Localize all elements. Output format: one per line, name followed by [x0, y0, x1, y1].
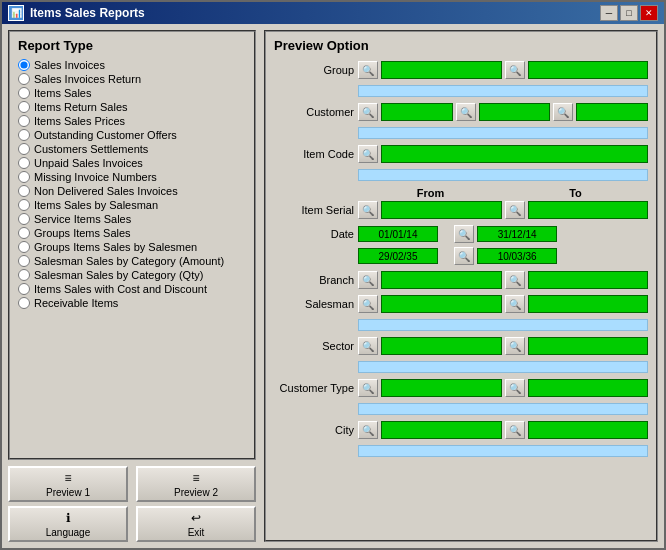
radio-salesman-category-amount[interactable]: Salesman Sales by Category (Amount): [18, 255, 246, 267]
group-label: Group: [274, 64, 354, 76]
customer-type-input2[interactable]: [528, 379, 649, 397]
customer-input1[interactable]: [381, 103, 453, 121]
app-icon: 📊: [8, 5, 24, 21]
minimize-button[interactable]: ─: [600, 5, 618, 21]
date-from1[interactable]: 01/01/14: [358, 226, 438, 242]
item-serial-search-btn1[interactable]: 🔍: [358, 201, 378, 219]
sector-search-btn2[interactable]: 🔍: [505, 337, 525, 355]
radio-label-items-sales-prices: Items Sales Prices: [34, 115, 125, 127]
radio-receivable-items[interactable]: Receivable Items: [18, 297, 246, 309]
radio-items-sales[interactable]: Items Sales: [18, 87, 246, 99]
city-input1[interactable]: [381, 421, 502, 439]
radio-non-delivered[interactable]: Non Delivered Sales Invoices: [18, 185, 246, 197]
radio-groups-items-salesmen[interactable]: Groups Items Sales by Salesmen: [18, 241, 246, 253]
radio-input-sales-invoices-return[interactable]: [18, 73, 30, 85]
item-code-field-group: Item Code 🔍: [274, 145, 648, 181]
customer-type-blue-bar: [358, 403, 648, 415]
group-search-btn[interactable]: 🔍: [358, 61, 378, 79]
group-search-btn2[interactable]: 🔍: [505, 61, 525, 79]
radio-input-sales-invoices[interactable]: [18, 59, 30, 71]
radio-groups-items-sales[interactable]: Groups Items Sales: [18, 227, 246, 239]
customer-type-field-row: Customer Type 🔍 🔍: [274, 379, 648, 397]
radio-items-sales-salesman[interactable]: Items Sales by Salesman: [18, 199, 246, 211]
title-bar-left: 📊 Items Sales Reports: [8, 5, 145, 21]
radio-label-sales-invoices-return: Sales Invoices Return: [34, 73, 141, 85]
item-serial-input1[interactable]: [381, 201, 502, 219]
radio-input-items-cost-discount[interactable]: [18, 283, 30, 295]
date-to1[interactable]: 31/12/14: [477, 226, 557, 242]
sector-input2[interactable]: [528, 337, 649, 355]
salesman-search-btn2[interactable]: 🔍: [505, 295, 525, 313]
salesman-input1[interactable]: [381, 295, 502, 313]
radio-sales-invoices[interactable]: Sales Invoices: [18, 59, 246, 71]
radio-items-return-sales[interactable]: Items Return Sales: [18, 101, 246, 113]
radio-salesman-category-qty[interactable]: Salesman Sales by Category (Qty): [18, 269, 246, 281]
radio-customers-settlements[interactable]: Customers Settlements: [18, 143, 246, 155]
close-button[interactable]: ✕: [640, 5, 658, 21]
customer-type-input1[interactable]: [381, 379, 502, 397]
radio-input-salesman-category-amount[interactable]: [18, 255, 30, 267]
date-field-row2: 29/02/35 🔍 10/03/36: [274, 247, 648, 265]
preview1-button[interactable]: ≡ Preview 1: [8, 466, 128, 502]
date-to2[interactable]: 10/03/36: [477, 248, 557, 264]
item-code-search-btn[interactable]: 🔍: [358, 145, 378, 163]
date-to-search-btn2[interactable]: 🔍: [454, 247, 474, 265]
radio-input-items-sales[interactable]: [18, 87, 30, 99]
branch-search-btn1[interactable]: 🔍: [358, 271, 378, 289]
group-blue-bar: [358, 85, 648, 97]
radio-input-salesman-category-qty[interactable]: [18, 269, 30, 281]
radio-items-sales-prices[interactable]: Items Sales Prices: [18, 115, 246, 127]
radio-outstanding-offers[interactable]: Outstanding Customer Offers: [18, 129, 246, 141]
date-from2[interactable]: 29/02/35: [358, 248, 438, 264]
city-search-btn2[interactable]: 🔍: [505, 421, 525, 439]
customer-field-row: Customer 🔍 🔍 🔍: [274, 103, 648, 121]
item-code-input[interactable]: [381, 145, 648, 163]
customer-input3[interactable]: [576, 103, 648, 121]
radio-input-missing-invoice[interactable]: [18, 171, 30, 183]
city-input2[interactable]: [528, 421, 649, 439]
maximize-button[interactable]: □: [620, 5, 638, 21]
branch-search-btn2[interactable]: 🔍: [505, 271, 525, 289]
item-serial-input2[interactable]: [528, 201, 649, 219]
radio-items-cost-discount[interactable]: Items Sales with Cost and Discount: [18, 283, 246, 295]
customer-type-search-btn1[interactable]: 🔍: [358, 379, 378, 397]
radio-input-receivable-items[interactable]: [18, 297, 30, 309]
radio-missing-invoice[interactable]: Missing Invoice Numbers: [18, 171, 246, 183]
radio-input-groups-items-sales[interactable]: [18, 227, 30, 239]
language-button[interactable]: ℹ Language: [8, 506, 128, 542]
window-title: Items Sales Reports: [30, 6, 145, 20]
radio-label-customers-settlements: Customers Settlements: [34, 143, 148, 155]
group-input1[interactable]: [381, 61, 502, 79]
salesman-search-btn1[interactable]: 🔍: [358, 295, 378, 313]
radio-input-items-sales-prices[interactable]: [18, 115, 30, 127]
radio-input-outstanding-offers[interactable]: [18, 129, 30, 141]
customer-search-btn3[interactable]: 🔍: [553, 103, 573, 121]
exit-button[interactable]: ↩ Exit: [136, 506, 256, 542]
radio-input-service-items[interactable]: [18, 213, 30, 225]
preview2-button[interactable]: ≡ Preview 2: [136, 466, 256, 502]
sector-input1[interactable]: [381, 337, 502, 355]
branch-input1[interactable]: [381, 271, 502, 289]
radio-input-non-delivered[interactable]: [18, 185, 30, 197]
salesman-input2[interactable]: [528, 295, 649, 313]
sector-label: Sector: [274, 340, 354, 352]
branch-input2[interactable]: [528, 271, 649, 289]
group-input2[interactable]: [528, 61, 649, 79]
radio-input-items-sales-salesman[interactable]: [18, 199, 30, 211]
customer-search-btn2[interactable]: 🔍: [456, 103, 476, 121]
radio-input-items-return-sales[interactable]: [18, 101, 30, 113]
radio-input-unpaid-sales[interactable]: [18, 157, 30, 169]
city-search-btn1[interactable]: 🔍: [358, 421, 378, 439]
city-controls: 🔍 🔍: [358, 421, 648, 439]
radio-unpaid-sales[interactable]: Unpaid Sales Invoices: [18, 157, 246, 169]
date-to-search-btn[interactable]: 🔍: [454, 225, 474, 243]
radio-sales-invoices-return[interactable]: Sales Invoices Return: [18, 73, 246, 85]
customer-type-search-btn2[interactable]: 🔍: [505, 379, 525, 397]
item-serial-search-btn2[interactable]: 🔍: [505, 201, 525, 219]
radio-input-groups-items-salesmen[interactable]: [18, 241, 30, 253]
radio-input-customers-settlements[interactable]: [18, 143, 30, 155]
customer-search-btn1[interactable]: 🔍: [358, 103, 378, 121]
customer-input2[interactable]: [479, 103, 551, 121]
radio-service-items[interactable]: Service Items Sales: [18, 213, 246, 225]
sector-search-btn1[interactable]: 🔍: [358, 337, 378, 355]
